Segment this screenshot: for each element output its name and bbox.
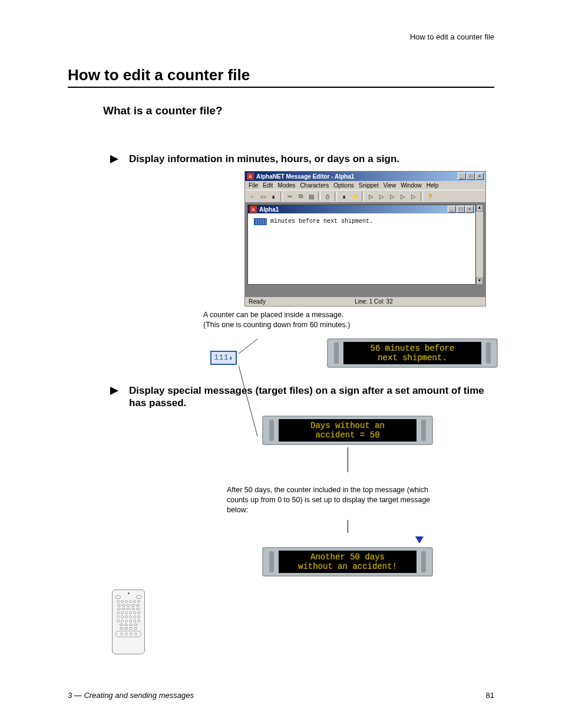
cut-icon[interactable]: ✂ — [285, 192, 295, 201]
footer-section: 3 — Creating and sending messages — [68, 691, 194, 700]
tool-d-icon[interactable]: ▷ — [398, 192, 408, 201]
down-arrow-icon — [415, 536, 424, 543]
minimize-button[interactable]: _ — [458, 173, 466, 180]
bullet-1-text: Display information in minutes, hours, o… — [129, 153, 399, 165]
connector-line — [348, 520, 348, 533]
save2-icon[interactable]: ∎ — [339, 192, 349, 201]
menu-edit[interactable]: Edit — [263, 182, 273, 189]
led-sign-2-text: Days without an accident = 50 — [279, 419, 416, 442]
scroll-down-icon[interactable]: ▼ — [476, 278, 483, 285]
caption-1: A counter can be placed inside a message… — [203, 310, 494, 330]
tool-e-icon[interactable]: ▷ — [409, 192, 418, 201]
caption-2: After 50 days, the counter included in t… — [227, 485, 441, 515]
counter-icon: 111▮ — [210, 351, 237, 365]
bolt-icon[interactable]: ⚡ — [350, 192, 359, 201]
connector-line — [348, 447, 348, 472]
menu-options[interactable]: Options — [333, 182, 353, 189]
doc-minimize-button[interactable]: _ — [448, 206, 456, 213]
document-window: A Alpha1 _ □ × minutes before next shipm… — [247, 205, 476, 285]
status-bar: Ready Line: 1 Col: 32 — [245, 297, 485, 306]
message-editor-window: A AlphaNET Message Editor - Alpha1 _ □ ×… — [244, 171, 486, 307]
footer-page-number: 81 — [486, 691, 494, 700]
doc-maximize-button[interactable]: □ — [457, 206, 465, 213]
sign-cap-left — [269, 551, 274, 572]
led-sign-3: Another 50 days without an accident! — [262, 547, 433, 577]
close-button[interactable]: × — [475, 173, 484, 180]
svg-marker-0 — [110, 155, 118, 163]
toolbar: ▫ ▭ ∎ ✂ ⧉ ▤ ⎙ ∎ ⚡ ▷ ▷ ▷ ▷ ▷ ? — [245, 190, 485, 202]
menu-bar: File Edit Modes Characters Options Snipp… — [245, 181, 485, 190]
help-icon[interactable]: ? — [425, 192, 435, 201]
tool-c-icon[interactable]: ▷ — [388, 192, 397, 201]
vertical-scrollbar[interactable]: ▲ ▼ — [476, 205, 483, 285]
editor-title: AlphaNET Message Editor - Alpha1 — [256, 173, 458, 180]
maximize-button[interactable]: □ — [467, 173, 475, 180]
menu-characters[interactable]: Characters — [300, 182, 329, 189]
status-left: Ready — [249, 298, 266, 305]
caption-1-line-1: A counter can be placed inside a message… — [203, 310, 494, 320]
editor-titlebar: A AlphaNET Message Editor - Alpha1 _ □ × — [245, 172, 485, 181]
led-sign-1: 56 minutes before next shipment. — [327, 338, 498, 368]
paste-icon[interactable]: ▤ — [306, 192, 316, 201]
scroll-up-icon[interactable]: ▲ — [476, 205, 483, 212]
open-icon[interactable]: ▭ — [258, 192, 267, 201]
sign-cap-left — [269, 420, 274, 441]
menu-help[interactable]: Help — [427, 182, 439, 189]
svg-marker-4 — [415, 536, 424, 543]
document-text: minutes before next shipment. — [270, 218, 373, 225]
running-header: How to edit a counter file — [68, 32, 494, 41]
remote-control-illustration — [112, 589, 145, 654]
doc-icon: A — [250, 206, 257, 213]
tool-a-icon[interactable]: ▷ — [366, 192, 376, 201]
document-body[interactable]: minutes before next shipment. — [248, 213, 475, 284]
print-icon[interactable]: ⎙ — [323, 192, 332, 201]
remote-led-icon — [128, 592, 130, 594]
bullet-1: Display information in minutes, hours, o… — [109, 153, 488, 165]
sign-cap-right — [421, 420, 426, 441]
sign-cap-right — [421, 551, 426, 572]
counter-placeholder-icon[interactable] — [254, 218, 267, 225]
new-icon[interactable]: ▫ — [247, 192, 257, 201]
document-title: Alpha1 — [259, 206, 448, 213]
page-footer: 3 — Creating and sending messages 81 — [68, 691, 494, 700]
menu-window[interactable]: Window — [401, 182, 422, 189]
bullet-2: Display special messages (target files) … — [109, 384, 488, 410]
svg-marker-3 — [110, 387, 118, 395]
tool-b-icon[interactable]: ▷ — [377, 192, 386, 201]
sign-cap-right — [486, 342, 491, 364]
doc-close-button[interactable]: × — [465, 206, 474, 213]
editor-client-area: A Alpha1 _ □ × minutes before next shipm… — [245, 202, 485, 297]
save-icon[interactable]: ∎ — [269, 192, 278, 201]
triangle-bullet-icon — [109, 154, 120, 164]
led-sign-3-text: Another 50 days without an accident! — [279, 551, 416, 573]
sign-cap-left — [334, 342, 339, 364]
menu-modes[interactable]: Modes — [277, 182, 295, 189]
triangle-bullet-icon — [109, 386, 120, 396]
caption-1-line-2: (This one is counting down from 60 minut… — [203, 320, 494, 330]
bullet-2-text: Display special messages (target files) … — [129, 384, 488, 410]
led-sign-1-text: 56 minutes before next shipment. — [343, 342, 481, 364]
led-sign-2: Days without an accident = 50 — [262, 416, 433, 445]
counter-callout: 111▮ — [210, 351, 237, 365]
menu-file[interactable]: File — [249, 182, 258, 189]
menu-view[interactable]: View — [384, 182, 396, 189]
app-icon: A — [247, 173, 254, 180]
copy-icon[interactable]: ⧉ — [296, 192, 305, 201]
heading-1: How to edit a counter file — [68, 66, 494, 88]
status-right: Line: 1 Col: 32 — [355, 298, 393, 305]
heading-2: What is a counter file? — [103, 104, 494, 117]
svg-line-1 — [239, 339, 257, 354]
menu-snippet[interactable]: Snippet — [359, 182, 379, 189]
